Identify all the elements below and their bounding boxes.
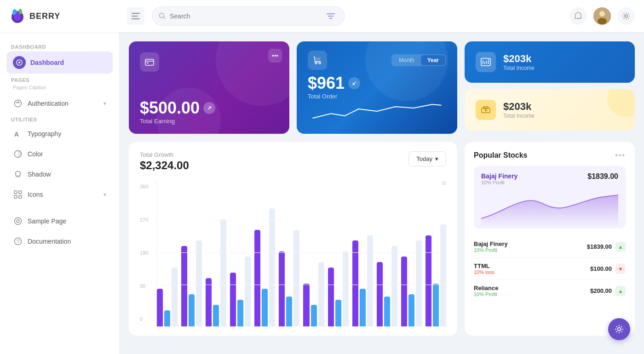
bar-light: [440, 224, 446, 326]
bar-purple: [426, 235, 431, 326]
stocks-title: Popular Stocks: [474, 151, 527, 160]
logo-text: BERRY: [29, 11, 60, 21]
settings-button[interactable]: [617, 7, 635, 25]
bar-purple: [230, 273, 236, 326]
svg-rect-26: [14, 195, 17, 198]
svg-point-13: [599, 11, 605, 17]
sidebar-item-color[interactable]: Color: [6, 144, 113, 164]
search-icon: [159, 12, 166, 20]
bar-group: [206, 219, 226, 326]
bar-light: [343, 251, 349, 326]
float-settings-button[interactable]: [608, 318, 630, 340]
bar-blue: [384, 297, 390, 326]
icons-label: Icons: [28, 191, 43, 198]
featured-stock-left: Bajaj Finery 10% Profit: [481, 172, 518, 185]
bar-blue: [408, 294, 414, 326]
order-chart: $961 ↙ Total Order: [308, 74, 446, 125]
main-layout: Dashboard Dashboard Pages Pages Caption …: [0, 32, 644, 354]
svg-point-3: [14, 13, 21, 21]
earning-badge: ↗: [203, 102, 215, 114]
sidebar-item-icons[interactable]: Icons ▾: [6, 185, 113, 204]
order-top: Month Year: [308, 51, 446, 70]
svg-rect-43: [483, 107, 488, 108]
svg-point-46: [618, 328, 621, 331]
sidebar-item-shadow[interactable]: Shadow: [6, 165, 113, 184]
income-blue-label: Total Income: [503, 65, 535, 71]
stocks-card: Popular Stocks ••• Bajaj Finery 10% Prof…: [465, 142, 635, 336]
bar-group: [181, 240, 202, 326]
toggle-month[interactable]: Month: [392, 55, 420, 65]
income-blue-amount: $203k: [503, 53, 535, 65]
stock-row-right: $200.00 ▲: [590, 286, 626, 296]
sidebar-item-dashboard[interactable]: Dashboard: [6, 51, 113, 74]
bar-blue: [262, 289, 268, 326]
sidebar-item-authentication[interactable]: Authentication ▾: [6, 94, 113, 113]
sidebar-item-sample-page[interactable]: Sample Page: [6, 211, 113, 231]
bottom-row: Total Growth $2,324.00 Today ▾ 0 90 180 …: [129, 142, 635, 336]
earning-card-icon: [140, 52, 159, 72]
avatar[interactable]: [593, 7, 611, 25]
svg-text:?: ?: [17, 239, 20, 244]
icons-icon: [13, 189, 23, 200]
color-icon: [13, 149, 23, 159]
card-total-order: Month Year $961 ↙ Total Order: [297, 41, 457, 134]
card-total-earning: ••• $500.00 ↗ Total Earning: [129, 41, 289, 134]
gear-icon: [622, 12, 630, 20]
income-yellow-label: Total Income: [503, 113, 535, 119]
chart-filter-button[interactable]: Today ▾: [408, 151, 446, 166]
sidebar: Dashboard Dashboard Pages Pages Caption …: [0, 32, 120, 354]
featured-stock-header: Bajaj Finery 10% Profit $1839.00: [481, 172, 618, 185]
svg-text:A: A: [14, 131, 19, 138]
auth-icon: [13, 98, 23, 108]
stock-trend-badge: ▲: [615, 286, 626, 296]
bar-purple: [254, 230, 260, 326]
svg-rect-37: [481, 58, 490, 66]
bar-group: [377, 246, 397, 326]
typography-icon: A: [13, 129, 23, 139]
chart-menu-icon[interactable]: ≡: [442, 179, 446, 188]
menu-button[interactable]: [127, 7, 144, 25]
sample-page-label: Sample Page: [28, 217, 66, 225]
bar-purple: [377, 262, 383, 326]
bell-button[interactable]: [569, 7, 587, 25]
sidebar-item-documentation[interactable]: ? Documentation: [6, 232, 113, 251]
order-badge: ↙: [348, 77, 360, 89]
icons-chevron: ▾: [104, 192, 106, 198]
bar-light: [220, 219, 226, 326]
auth-label: Authentication: [28, 100, 69, 107]
svg-point-15: [625, 15, 627, 17]
search-input[interactable]: [170, 12, 320, 20]
stock-trend-badge: ▼: [615, 264, 626, 274]
stocks-menu[interactable]: •••: [615, 151, 626, 160]
bar-purple: [303, 284, 309, 326]
stock-row-profit: 10% Profit: [474, 291, 498, 297]
bar-blue: [164, 310, 170, 326]
bar-light: [293, 230, 299, 326]
stock-row-right: $100.00 ▼: [590, 264, 626, 274]
bar-group: [352, 235, 373, 326]
bar-group: [328, 251, 349, 326]
stock-row-item: Bajaj Finery 10% Profit $1839.00 ▲: [474, 236, 626, 258]
earning-card-body: $500.00 ↗ Total Earning: [140, 98, 278, 125]
svg-point-23: [15, 176, 21, 177]
card-income-yellow: $203k Total Income: [465, 89, 635, 131]
earning-card-menu[interactable]: •••: [268, 49, 282, 63]
svg-point-17: [18, 62, 20, 63]
card-income-blue: $203k Total Income: [465, 41, 635, 83]
svg-point-35: [315, 62, 317, 64]
bar-blue: [360, 289, 366, 326]
bar-light: [416, 240, 422, 326]
sidebar-item-typography[interactable]: A Typography: [6, 124, 113, 143]
order-amount: $961 ↙: [308, 74, 446, 93]
dashboard-label: Dashboard: [30, 59, 64, 66]
svg-point-7: [160, 13, 164, 18]
filter-button[interactable]: [323, 9, 338, 23]
featured-stock-price: $1839.00: [587, 172, 618, 181]
topbar: BERRY: [0, 0, 644, 32]
stock-row-profit: 10% Profit: [474, 247, 508, 253]
svg-point-19: [17, 102, 19, 103]
toggle-year[interactable]: Year: [421, 55, 445, 65]
bar-group: [279, 230, 299, 326]
stock-row-name: TTML: [474, 263, 494, 269]
income-blue-icon: [476, 52, 496, 72]
